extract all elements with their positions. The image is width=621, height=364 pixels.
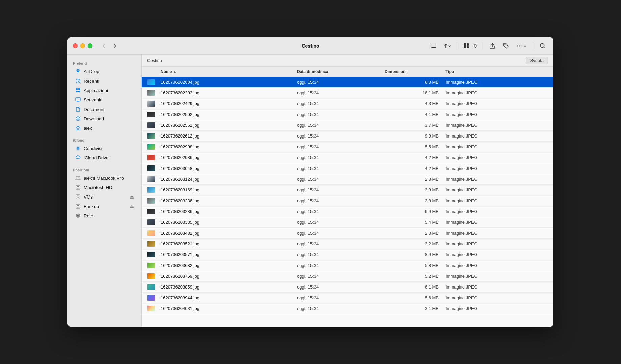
file-name: 1620736203571.jpg (161, 252, 297, 257)
maximize-button[interactable] (88, 43, 92, 48)
svg-point-24 (77, 186, 79, 188)
vms-eject-icon[interactable]: ⏏ (130, 194, 134, 200)
toolbar-divider-3 (533, 42, 533, 49)
svuota-button[interactable]: Svuota (526, 57, 548, 64)
file-icon-cell (142, 241, 161, 247)
sidebar-item-icloud-drive[interactable]: iCloud Drive (70, 153, 139, 162)
file-row[interactable]: 1620736202429.jpg oggi, 15:34 4,3 MB Imm… (142, 98, 554, 109)
col-header-type[interactable]: Tipo (446, 69, 554, 74)
file-date: oggi, 15:34 (297, 263, 385, 268)
file-icon-cell (142, 230, 161, 236)
back-button[interactable] (99, 41, 109, 51)
window-title: Cestino (302, 43, 319, 49)
sidebar-item-macintosh[interactable]: Macintosh HD (70, 183, 139, 192)
sidebar-item-download-label: Download (84, 116, 104, 121)
file-icon-cell (142, 90, 161, 96)
forward-button[interactable] (110, 41, 119, 51)
file-row[interactable]: 1620736204031.jpg oggi, 15:34 3,1 MB Imm… (142, 303, 554, 314)
file-row[interactable]: 1620736202986.jpg oggi, 15:34 4,2 MB Imm… (142, 152, 554, 163)
sidebar-item-alex[interactable]: alex (70, 123, 139, 133)
rete-icon (75, 213, 81, 219)
more-button[interactable] (514, 40, 529, 51)
sidebar-item-condivisi[interactable]: Condivisi (70, 144, 139, 153)
share-button[interactable] (487, 40, 498, 51)
file-type: Immagine JPEG (446, 123, 554, 128)
file-date: oggi, 15:34 (297, 155, 385, 160)
file-size: 5,4 MB (385, 220, 446, 225)
col-header-size[interactable]: Dimensioni (385, 69, 446, 74)
sidebar-item-scrivania[interactable]: Scrivania (70, 95, 139, 104)
file-icon-cell (142, 176, 161, 182)
macbook-icon (75, 175, 81, 181)
list-view-button[interactable] (428, 40, 439, 51)
download-icon (75, 116, 81, 122)
file-type: Immagine JPEG (446, 101, 554, 106)
sidebar-item-backup[interactable]: Backup ⏏ (70, 202, 139, 211)
file-row[interactable]: 1620736203048.jpg oggi, 15:34 4,2 MB Imm… (142, 163, 554, 174)
file-row[interactable]: 1620736202908.jpg oggi, 15:34 5,5 MB Imm… (142, 142, 554, 152)
file-type: Immagine JPEG (446, 198, 554, 203)
file-row[interactable]: 1620736203859.jpg oggi, 15:34 6,1 MB Imm… (142, 282, 554, 293)
file-area-header: Cestino Svuota (142, 55, 554, 67)
sidebar-item-vms[interactable]: VMs ⏏ (70, 192, 139, 202)
file-row[interactable]: 1620736202004.jpg oggi, 15:34 6,8 MB Imm… (142, 77, 554, 88)
sidebar-item-applicazioni[interactable]: Applicazioni (70, 86, 139, 95)
file-thumbnail (147, 79, 155, 85)
close-button[interactable] (73, 43, 78, 48)
file-row[interactable]: 1620736203944.jpg oggi, 15:34 5,6 MB Imm… (142, 293, 554, 303)
svg-point-9 (519, 45, 520, 46)
backup-eject-icon[interactable]: ⏏ (130, 204, 134, 209)
file-icon-cell (142, 101, 161, 107)
file-row[interactable]: 1620736202561.jpg oggi, 15:34 3,7 MB Imm… (142, 120, 554, 131)
file-row[interactable]: 1620736203169.jpg oggi, 15:34 3,9 MB Imm… (142, 185, 554, 195)
file-row[interactable]: 1620736203759.jpg oggi, 15:34 5,2 MB Imm… (142, 271, 554, 282)
file-row[interactable]: 1620736203236.jpg oggi, 15:34 2,8 MB Imm… (142, 195, 554, 206)
file-type: Immagine JPEG (446, 263, 554, 268)
sidebar-item-airdrop[interactable]: AirDrop (70, 67, 139, 76)
file-size: 4,1 MB (385, 112, 446, 117)
file-thumbnail (147, 101, 155, 107)
file-type: Immagine JPEG (446, 220, 554, 225)
file-date: oggi, 15:34 (297, 220, 385, 225)
file-row[interactable]: 1620736202502.jpg oggi, 15:34 4,1 MB Imm… (142, 109, 554, 120)
file-icon-cell (142, 133, 161, 139)
documenti-icon (75, 106, 81, 112)
file-row[interactable]: 1620736203385.jpg oggi, 15:34 5,4 MB Imm… (142, 217, 554, 228)
sidebar-item-documenti[interactable]: Documenti (70, 104, 139, 114)
backup-icon (75, 203, 81, 209)
file-date: oggi, 15:34 (297, 101, 385, 106)
sort-toggle-button[interactable] (442, 40, 453, 51)
file-date: oggi, 15:34 (297, 284, 385, 290)
file-row[interactable]: 1620736202612.jpg oggi, 15:34 9,9 MB Imm… (142, 131, 554, 142)
file-name: 1620736202986.jpg (161, 155, 297, 160)
file-date: oggi, 15:34 (297, 274, 385, 279)
file-size: 4,2 MB (385, 166, 446, 171)
file-row[interactable]: 1620736203571.jpg oggi, 15:34 8,9 MB Imm… (142, 249, 554, 260)
grid-view-button[interactable] (461, 40, 472, 51)
file-type: Immagine JPEG (446, 166, 554, 171)
file-row[interactable]: 1620736203682.jpg oggi, 15:34 5,8 MB Imm… (142, 260, 554, 271)
file-size: 3,2 MB (385, 241, 446, 246)
file-size: 2,3 MB (385, 231, 446, 236)
tag-button[interactable] (501, 40, 511, 51)
col-header-date[interactable]: Data di modifica (297, 69, 385, 74)
sidebar-item-recenti[interactable]: Recenti (70, 76, 139, 86)
titlebar: Cestino (68, 37, 554, 55)
col-header-name[interactable]: Nome ▲ (142, 69, 297, 74)
search-button[interactable] (537, 40, 548, 51)
sidebar-item-applicazioni-label: Applicazioni (84, 88, 108, 93)
sidebar-item-download[interactable]: Download (70, 114, 139, 123)
file-row[interactable]: 1620736203286.jpg oggi, 15:34 6,9 MB Imm… (142, 206, 554, 217)
svg-rect-3 (464, 43, 466, 46)
file-row[interactable]: 1620736203521.jpg oggi, 15:34 3,2 MB Imm… (142, 239, 554, 249)
file-row[interactable]: 1620736202203.jpg oggi, 15:34 16,1 MB Im… (142, 88, 554, 98)
file-name: 1620736202429.jpg (161, 101, 297, 106)
grid-size-button[interactable] (472, 40, 479, 51)
sidebar-item-macbook[interactable]: alex's MacBook Pro (70, 173, 139, 183)
file-row[interactable]: 1620736203124.jpg oggi, 15:34 2,8 MB Imm… (142, 174, 554, 185)
file-icon-cell (142, 122, 161, 128)
sidebar-item-rete[interactable]: Rete (70, 211, 139, 220)
file-row[interactable]: 1620736203481.jpg oggi, 15:34 2,3 MB Imm… (142, 228, 554, 239)
minimize-button[interactable] (80, 43, 85, 48)
file-name: 1620736203521.jpg (161, 241, 297, 246)
